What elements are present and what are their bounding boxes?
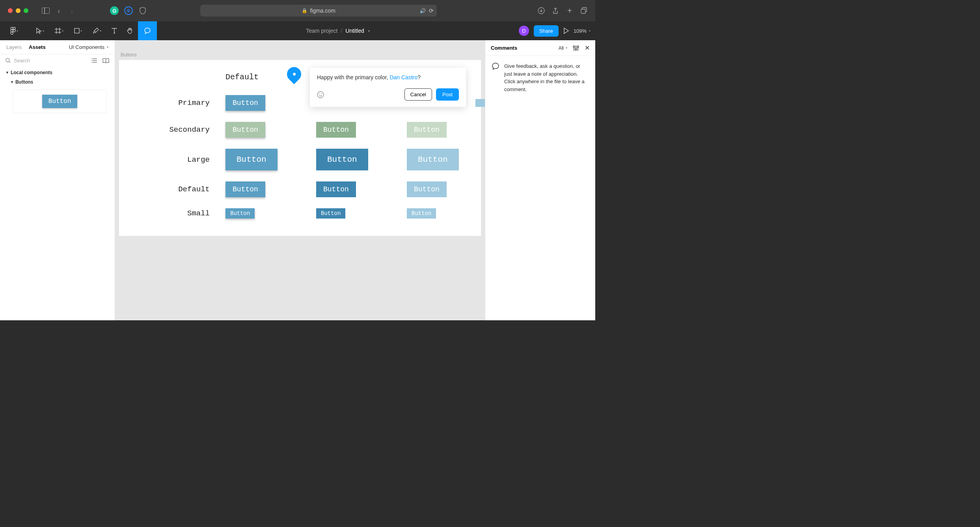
onepassword-extension-icon[interactable]: ①	[124, 6, 133, 15]
close-window-button[interactable]	[8, 8, 13, 13]
settings-icon[interactable]	[573, 45, 579, 51]
reload-icon[interactable]: ⟳	[429, 7, 434, 14]
chevron-down-icon: ▾	[566, 46, 567, 50]
library-icon[interactable]	[102, 58, 109, 64]
svg-point-19	[91, 62, 91, 62]
assets-tab[interactable]: Assets	[29, 44, 46, 50]
emoji-button[interactable]	[317, 91, 324, 98]
button-small-hover[interactable]: Button	[316, 208, 345, 219]
caret-down-icon: ▼	[10, 80, 14, 84]
comment-text[interactable]: Happy with the primary color, Dan Castro…	[317, 74, 459, 80]
canvas[interactable]: Buttons Default d Primary Button Seconda…	[115, 40, 485, 320]
comments-panel-title: Comments	[491, 45, 517, 51]
svg-point-26	[575, 49, 577, 50]
row-label-primary: Primary	[123, 90, 225, 116]
new-tab-icon[interactable]: +	[566, 7, 573, 14]
button-primary-default[interactable]: Button	[225, 95, 265, 111]
svg-point-2	[11, 27, 13, 30]
svg-rect-1	[581, 9, 585, 13]
user-avatar[interactable]: D	[519, 26, 529, 36]
browser-chrome: ‹ › G ① 🔒 figma.com 🔊 ⟳ +	[0, 0, 595, 21]
svg-point-17	[91, 58, 91, 59]
button-secondary-disabled[interactable]: Button	[407, 122, 447, 138]
list-view-icon[interactable]	[91, 58, 97, 64]
caret-down-icon: ▼	[6, 71, 9, 75]
file-chevron-icon[interactable]: ▾	[368, 29, 370, 33]
project-name[interactable]: Team project	[306, 28, 337, 34]
hand-tool[interactable]	[122, 21, 138, 40]
downloads-icon[interactable]	[538, 7, 545, 14]
button-default-default[interactable]: Button	[225, 181, 265, 197]
button-large-disabled[interactable]: Button	[407, 149, 459, 170]
sidebar-toggle-icon[interactable]	[42, 7, 50, 14]
page-dropdown[interactable]: UI Components ▾	[69, 44, 108, 50]
button-small-default[interactable]: Button	[225, 208, 255, 219]
zoom-chevron-icon: ▾	[589, 29, 591, 33]
share-button[interactable]: Share	[534, 25, 559, 37]
button-secondary-default[interactable]: Button	[225, 122, 265, 138]
svg-point-18	[91, 60, 91, 60]
comment-text-before: Happy with the primary color,	[317, 74, 389, 80]
svg-rect-11	[75, 28, 79, 33]
close-panel-button[interactable]: ✕	[585, 44, 590, 52]
button-default-hover[interactable]: Button	[316, 181, 356, 197]
move-tool[interactable]: ▾	[31, 21, 50, 40]
buttons-section-label: Buttons	[15, 79, 33, 85]
button-secondary-hover[interactable]: Button	[316, 122, 356, 138]
local-components-section[interactable]: ▼ Local components	[6, 70, 109, 75]
text-tool[interactable]	[106, 21, 122, 40]
buttons-section[interactable]: ▼ Buttons	[10, 79, 109, 85]
comment-mention[interactable]: Dan Castro	[389, 74, 417, 80]
privacy-shield-icon[interactable]	[138, 6, 147, 15]
shape-tool[interactable]: ▾	[69, 21, 88, 40]
comments-filter-dropdown[interactable]: All ▾	[559, 45, 567, 51]
row-label-small: Small	[123, 203, 225, 224]
breadcrumb-separator: /	[341, 28, 342, 34]
button-primary-disabled[interactable]	[475, 99, 485, 107]
zoom-value: 109%	[574, 28, 587, 34]
svg-point-3	[13, 27, 15, 30]
row-label-large: Large	[123, 143, 225, 176]
svg-point-21	[319, 93, 320, 94]
button-large-hover[interactable]: Button	[316, 149, 368, 170]
figma-menu-button[interactable]: ▾	[5, 21, 24, 40]
svg-point-28	[577, 46, 579, 48]
right-panel: Comments All ▾ ✕ Give feedback, ask a qu…	[485, 40, 595, 320]
svg-point-5	[13, 30, 15, 32]
maximize-window-button[interactable]	[24, 8, 28, 13]
row-label-default: Default	[123, 176, 225, 203]
comments-empty-text: Give feedback, ask a question, or just l…	[504, 62, 589, 93]
present-button[interactable]	[563, 28, 569, 34]
audio-icon[interactable]: 🔊	[419, 8, 426, 14]
layers-tab[interactable]: Layers	[6, 44, 22, 50]
svg-point-4	[11, 30, 13, 32]
comment-popover: Happy with the primary color, Dan Castro…	[310, 68, 466, 107]
button-default-disabled[interactable]: Button	[407, 181, 447, 197]
page-dropdown-label: UI Components	[69, 44, 104, 50]
thumbnail-button-label: Button	[42, 95, 78, 108]
button-large-default[interactable]: Button	[225, 149, 278, 170]
share-icon[interactable]	[552, 7, 559, 14]
local-components-label: Local components	[11, 70, 52, 75]
cancel-button[interactable]: Cancel	[404, 88, 432, 101]
svg-point-6	[11, 32, 13, 34]
tabs-icon[interactable]	[580, 7, 587, 14]
pen-tool[interactable]: ▾	[88, 21, 106, 40]
lock-icon: 🔒	[302, 8, 307, 13]
button-component-thumbnail[interactable]: Button	[13, 90, 107, 113]
search-input[interactable]	[14, 58, 88, 64]
back-button[interactable]: ‹	[55, 6, 63, 15]
zoom-control[interactable]: 109% ▾	[574, 28, 591, 34]
post-button[interactable]: Post	[436, 88, 459, 101]
url-bar[interactable]: 🔒 figma.com 🔊 ⟳	[200, 5, 437, 17]
chevron-down-icon: ▾	[107, 45, 108, 49]
svg-point-22	[321, 93, 322, 94]
button-small-disabled[interactable]: Button	[407, 208, 436, 219]
file-name[interactable]: Untitled	[345, 28, 364, 34]
minimize-window-button[interactable]	[16, 8, 20, 13]
frame-label[interactable]: Buttons	[121, 52, 481, 58]
comment-tool[interactable]	[138, 21, 157, 40]
frame-tool[interactable]: ▾	[50, 21, 69, 40]
row-label-secondary: Secondary	[123, 116, 225, 143]
grammarly-extension-icon[interactable]: G	[110, 6, 119, 15]
